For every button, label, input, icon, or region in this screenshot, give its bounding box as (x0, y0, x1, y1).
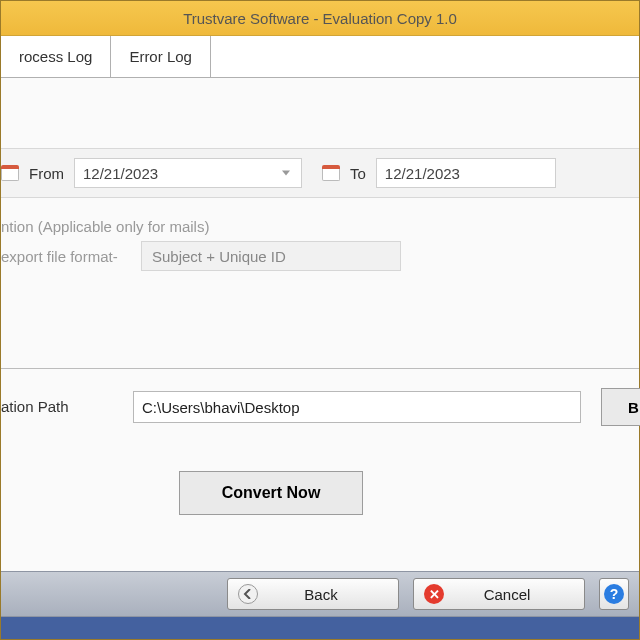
file-format-select[interactable]: Subject + Unique ID (141, 241, 401, 271)
destination-label: ation Path (1, 398, 69, 415)
status-bar (1, 617, 639, 639)
titlebar: Trustvare Software - Evaluation Copy 1.0 (1, 1, 639, 36)
convert-now-button[interactable]: Convert Now (179, 471, 363, 515)
to-date-value: 12/21/2023 (385, 165, 460, 182)
destination-path-input[interactable] (133, 391, 581, 423)
to-label: To (350, 165, 366, 182)
tab-process-log[interactable]: rocess Log (1, 36, 111, 77)
tab-label: rocess Log (19, 48, 92, 65)
format-label: export file format- (1, 248, 118, 265)
from-date-picker[interactable]: 12/21/2023 (74, 158, 302, 188)
footer-bar: Back ✕ Cancel ? (1, 571, 639, 617)
calendar-icon (1, 165, 19, 181)
tab-bar: rocess Log Error Log (1, 36, 639, 78)
close-icon: ✕ (424, 584, 444, 604)
to-date-picker[interactable]: 12/21/2023 (376, 158, 556, 188)
tab-error-log[interactable]: Error Log (111, 36, 211, 77)
app-title: Trustvare Software - Evaluation Copy 1.0 (183, 10, 457, 27)
back-button-label: Back (268, 586, 374, 603)
file-format-value: Subject + Unique ID (152, 248, 286, 265)
content-panel: From 12/21/2023 To 12/21/2023 ntion (App… (1, 78, 639, 571)
date-filter-row: From 12/21/2023 To 12/21/2023 (1, 148, 639, 198)
help-button[interactable]: ? (599, 578, 629, 610)
naming-section-label: ntion (Applicable only for mails) (1, 218, 306, 235)
separator (1, 368, 639, 369)
app-window: Trustvare Software - Evaluation Copy 1.0… (0, 0, 640, 640)
tab-label: Error Log (129, 48, 192, 65)
cancel-button-label: Cancel (454, 586, 560, 603)
browse-button[interactable]: Bro (601, 388, 640, 426)
chevron-down-icon (277, 164, 295, 182)
from-label: From (29, 165, 64, 182)
convert-button-label: Convert Now (222, 484, 321, 502)
back-button[interactable]: Back (227, 578, 399, 610)
browse-button-label: Bro (628, 399, 640, 416)
from-date-value: 12/21/2023 (83, 165, 158, 182)
arrow-left-icon (238, 584, 258, 604)
cancel-button[interactable]: ✕ Cancel (413, 578, 585, 610)
help-icon: ? (604, 584, 624, 604)
calendar-icon (322, 165, 340, 181)
